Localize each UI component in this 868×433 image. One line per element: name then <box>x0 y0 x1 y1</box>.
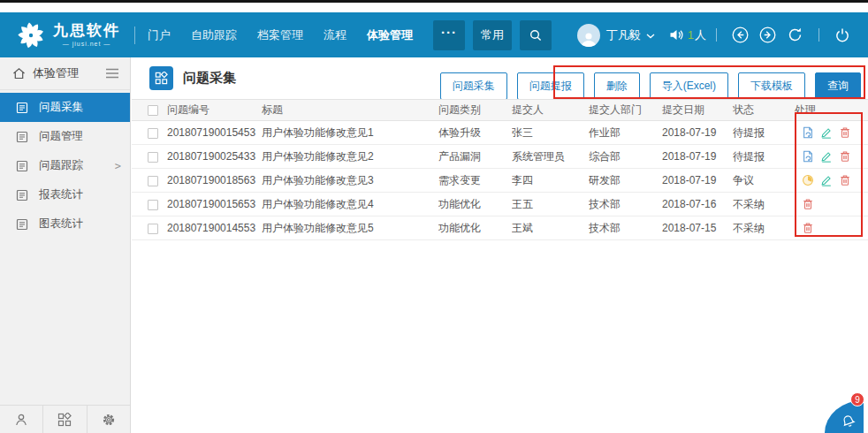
document-icon <box>16 160 28 172</box>
cell-id: 201807190014553 <box>167 216 262 240</box>
edit-icon[interactable] <box>820 174 833 186</box>
cell-submitter: 王斌 <box>512 216 589 240</box>
cell-title[interactable]: 用户体验功能修改意见5 <box>262 216 438 240</box>
nav-item-2[interactable]: 档案管理 <box>257 27 303 43</box>
select-all-checkbox[interactable] <box>148 105 158 116</box>
row-checkbox[interactable] <box>148 224 158 234</box>
document-icon <box>16 189 28 201</box>
sidebar-item-4[interactable]: 图表统计 <box>0 209 130 239</box>
col-header-category: 问题类别 <box>438 100 512 121</box>
online-unit: 人 <box>695 27 706 43</box>
quick-access-button[interactable]: 常用 <box>473 20 512 50</box>
delete-icon[interactable] <box>839 150 851 163</box>
cell-date: 2018-07-19 <box>662 145 733 169</box>
cell-category: 功能优化 <box>438 193 512 216</box>
nav-item-1[interactable]: 自助跟踪 <box>191 27 237 43</box>
settings-button[interactable] <box>88 406 130 433</box>
cell-category: 需求变更 <box>438 169 512 193</box>
window-top-border <box>0 0 868 3</box>
cell-submitter: 系统管理员 <box>512 145 589 169</box>
nav-menu: 门户自助跟踪档案管理流程体验管理 <box>148 27 433 43</box>
edit-icon[interactable] <box>820 126 833 139</box>
sidebar-menu: 问题采集问题管理问题跟踪>报表统计图表统计 <box>0 93 130 239</box>
cell-id: 201807190015653 <box>167 193 262 216</box>
delete-icon[interactable] <box>839 174 851 186</box>
row-checkbox[interactable] <box>148 176 158 186</box>
col-header-date: 提交日期 <box>662 100 733 121</box>
report-icon[interactable] <box>802 150 814 163</box>
nav-item-4[interactable]: 体验管理 <box>367 27 413 43</box>
toolbar-button-2[interactable]: 删除 <box>594 72 640 100</box>
toolbar-button-0[interactable]: 问题采集 <box>440 72 507 100</box>
cell-date: 2018-07-15 <box>662 216 733 240</box>
cell-category: 体验升级 <box>438 121 512 145</box>
cell-status: 不采纳 <box>733 216 795 240</box>
person-icon <box>14 413 28 427</box>
cell-title[interactable]: 用户体验功能修改意见1 <box>262 121 438 145</box>
contacts-button[interactable] <box>0 406 43 433</box>
sidebar-title: 体验管理 <box>33 65 79 81</box>
sidebar-footer <box>0 405 130 433</box>
search-icon <box>529 28 543 42</box>
sidebar-item-label: 报表统计 <box>39 187 83 202</box>
online-users[interactable]: 1 人 <box>669 27 706 43</box>
cell-actions <box>795 145 868 169</box>
cell-id: 201807190025433 <box>167 145 262 169</box>
delete-icon[interactable] <box>802 198 814 210</box>
report-icon[interactable] <box>802 126 814 139</box>
toolbar-button-5[interactable]: 查询 <box>815 72 861 100</box>
cell-department: 研发部 <box>589 169 662 193</box>
toolbar: 问题采集问题提报删除导入(Excel)下载模板查询 <box>440 72 861 100</box>
cell-status: 待提报 <box>733 121 795 145</box>
row-checkbox[interactable] <box>148 152 158 163</box>
notification-badge: 9 <box>850 392 864 406</box>
search-button[interactable] <box>520 20 552 50</box>
cell-status: 待提报 <box>733 145 795 169</box>
edit-icon[interactable] <box>820 150 833 163</box>
nav-item-3[interactable]: 流程 <box>324 27 346 43</box>
nav-divider <box>716 28 717 42</box>
sidebar-item-1[interactable]: 问题管理 <box>0 122 130 151</box>
pending-icon[interactable] <box>802 174 814 186</box>
sidebar-item-3[interactable]: 报表统计 <box>0 180 130 209</box>
power-button[interactable] <box>834 27 850 43</box>
logo-title: 九思软件 <box>53 23 120 38</box>
issues-table: 问题编号 标题 问题类别 提交人 提交人部门 提交日期 状态 处理 201807… <box>132 99 868 240</box>
home-icon[interactable] <box>12 67 26 80</box>
sidebar-item-0[interactable]: 问题采集 <box>0 93 130 122</box>
nav-item-0[interactable]: 门户 <box>148 27 171 43</box>
delete-icon[interactable] <box>802 222 814 234</box>
cell-submitter: 王五 <box>512 193 589 216</box>
user-name[interactable]: 丁凡毅 <box>606 27 641 43</box>
row-checkbox[interactable] <box>148 128 158 139</box>
apps-button[interactable] <box>43 406 87 433</box>
document-icon <box>16 131 28 143</box>
document-icon <box>16 102 28 114</box>
col-header-department: 提交人部门 <box>589 100 662 121</box>
chevron-right-icon: > <box>115 160 121 172</box>
col-header-id: 问题编号 <box>167 100 262 121</box>
more-menu-button[interactable]: ··· <box>433 20 465 50</box>
sidebar-item-2[interactable]: 问题跟踪> <box>0 151 130 180</box>
cell-category: 功能优化 <box>438 216 512 240</box>
bell-icon <box>840 413 858 431</box>
toolbar-button-3[interactable]: 导入(Excel) <box>650 72 728 100</box>
sidebar-item-label: 问题管理 <box>39 129 83 144</box>
cell-title[interactable]: 用户体验功能修改意见4 <box>262 193 438 216</box>
refresh-button[interactable] <box>787 27 803 43</box>
back-button[interactable] <box>732 27 749 43</box>
row-checkbox[interactable] <box>148 200 158 210</box>
delete-icon[interactable] <box>839 126 851 139</box>
sidebar: 体验管理 问题采集问题管理问题跟踪>报表统计图表统计 <box>0 57 131 433</box>
toolbar-button-4[interactable]: 下载模板 <box>738 72 805 100</box>
hamburger-icon[interactable] <box>105 68 119 79</box>
cell-submitter: 李四 <box>512 169 589 193</box>
speaker-icon <box>669 28 684 42</box>
forward-button[interactable] <box>759 27 776 43</box>
chevron-down-icon[interactable] <box>646 34 655 39</box>
user-avatar[interactable] <box>577 24 600 47</box>
toolbar-button-1[interactable]: 问题提报 <box>517 72 584 100</box>
cell-title[interactable]: 用户体验功能修改意见2 <box>262 145 438 169</box>
table-row: 201807190015653用户体验功能修改意见4功能优化王五技术部2018-… <box>132 193 868 216</box>
cell-title[interactable]: 用户体验功能修改意见3 <box>262 169 438 193</box>
